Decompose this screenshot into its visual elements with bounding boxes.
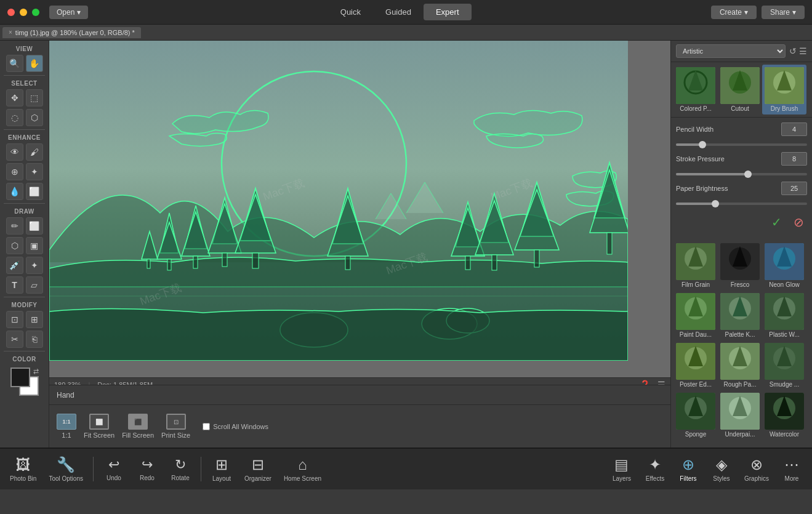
tab-guided[interactable]: Guided bbox=[373, 4, 424, 20]
filter-plastic-wrap[interactable]: Plastic W... bbox=[762, 291, 806, 340]
hand-tool-button[interactable]: ✋ bbox=[26, 55, 43, 72]
paint-bucket-button[interactable]: ⬡ bbox=[6, 237, 23, 254]
layers-button[interactable]: ▤ Layers bbox=[606, 454, 637, 484]
filter-watercolor[interactable]: Watercolor bbox=[762, 390, 806, 440]
swap-colors-icon[interactable]: ⇄ bbox=[33, 367, 39, 375]
filter-dry-brush[interactable]: Dry Brush bbox=[762, 65, 806, 114]
close-window-button[interactable] bbox=[7, 9, 15, 16]
stroke-pressure-slider-row bbox=[676, 172, 807, 182]
scroll-all-windows: Scroll All Windows bbox=[203, 423, 268, 430]
filter-fresco[interactable]: Fresco bbox=[718, 241, 762, 291]
custom-shape-button[interactable]: ✦ bbox=[26, 257, 43, 274]
confirm-filter-button[interactable]: ✓ bbox=[768, 214, 785, 231]
tab-expert[interactable]: Expert bbox=[424, 4, 472, 20]
sponge-tool-button[interactable]: ⬜ bbox=[26, 183, 43, 200]
content-aware-button[interactable]: ✂ bbox=[6, 331, 23, 348]
color-swatches: ⇄ bbox=[10, 367, 39, 396]
more-button[interactable]: ⋯ More bbox=[776, 454, 807, 484]
pencil-width-slider[interactable] bbox=[676, 143, 807, 146]
paper-brightness-slider[interactable] bbox=[676, 203, 807, 205]
stroke-pressure-thumb[interactable] bbox=[744, 171, 752, 178]
canvas-area[interactable]: Mac下载 Mac下载 Mac下载 Mac下载 180.33% | Doc: 1… bbox=[49, 41, 670, 448]
styles-button[interactable]: ◈ Styles bbox=[706, 454, 737, 484]
1to1-button[interactable]: 1:1 1:1 bbox=[57, 414, 76, 439]
smart-brush-button[interactable]: 🖌 bbox=[26, 143, 43, 161]
draw-tools-2: ⬡ ▣ bbox=[0, 236, 49, 255]
filter-colored-pencil[interactable]: Colored P... bbox=[673, 65, 718, 114]
filter-cutout[interactable]: Cutout bbox=[718, 65, 762, 114]
svg-rect-8 bbox=[193, 256, 198, 268]
undo-button[interactable]: ↩ Undo bbox=[98, 454, 129, 484]
filter-poster-edges[interactable]: Poster Ed... bbox=[673, 340, 718, 390]
zoom-tool-button[interactable]: 🔍 bbox=[6, 55, 23, 72]
pencil-width-input[interactable] bbox=[781, 122, 807, 136]
create-button[interactable]: Create ▾ bbox=[711, 6, 757, 19]
fill-screen-button[interactable]: ⬛ Fill Screen bbox=[122, 414, 154, 439]
rotate-label: Rotate bbox=[171, 475, 189, 481]
effects-button[interactable]: ✦ Effects bbox=[640, 454, 670, 484]
scroll-all-checkbox[interactable] bbox=[203, 423, 210, 430]
foreground-color-swatch[interactable] bbox=[10, 367, 30, 387]
cancel-filter-button[interactable]: ⊘ bbox=[790, 214, 807, 231]
share-button[interactable]: Share ▾ bbox=[762, 6, 805, 19]
move-tool-button[interactable]: ✥ bbox=[6, 89, 23, 106]
filter-smudge-stick[interactable]: Smudge ... bbox=[762, 340, 806, 390]
eyedropper-button[interactable]: 💉 bbox=[6, 257, 23, 274]
paper-brightness-thumb[interactable] bbox=[712, 200, 719, 207]
clone-tool-button[interactable]: ✦ bbox=[26, 163, 43, 180]
filter-neon-glow[interactable]: Neon Glow bbox=[762, 241, 806, 291]
document-tab[interactable]: × timg (1).jpg @ 180% (Layer 0, RGB/8) * bbox=[2, 27, 141, 38]
filter-film-grain[interactable]: Film Grain bbox=[673, 241, 718, 291]
straighten-button[interactable]: ⎗ bbox=[26, 331, 43, 348]
filter-underpainting[interactable]: Underpai... bbox=[718, 390, 762, 440]
fit-screen-button[interactable]: ⬜ Fit Screen bbox=[84, 414, 115, 439]
graphics-button[interactable]: ⊗ Graphics bbox=[739, 454, 774, 484]
filters-button[interactable]: ⊕ Filters bbox=[673, 454, 704, 484]
close-tab-icon[interactable]: × bbox=[9, 29, 12, 36]
maximize-window-button[interactable] bbox=[32, 9, 39, 16]
crop-tool-button[interactable]: ⊡ bbox=[6, 311, 23, 328]
redo-button[interactable]: ↪ Redo bbox=[132, 454, 163, 484]
paper-brightness-input[interactable] bbox=[781, 182, 807, 195]
gradient-tool-button[interactable]: ▣ bbox=[26, 237, 43, 254]
layout-button[interactable]: ⊞ Layout bbox=[206, 454, 237, 484]
blur-tool-button[interactable]: 💧 bbox=[6, 183, 23, 200]
effects-label: Effects bbox=[646, 475, 664, 482]
quick-select-button[interactable]: ⬡ bbox=[26, 109, 43, 126]
eye-tool-button[interactable]: 👁 bbox=[6, 143, 23, 161]
bottom-toolbar: 🖼 Photo Bin 🔧 Tool Options ↩ Undo ↪ Redo… bbox=[0, 448, 812, 489]
eraser-tool-button[interactable]: ⬜ bbox=[26, 217, 43, 235]
pencil-width-thumb[interactable] bbox=[699, 141, 706, 148]
tab-quick[interactable]: Quick bbox=[328, 4, 373, 20]
enhance-tools-2: ⊕ ✦ bbox=[0, 162, 49, 182]
redo-label: Redo bbox=[140, 475, 155, 481]
recompose-button[interactable]: ⊞ bbox=[26, 311, 43, 328]
colored-pencil-thumbnail bbox=[676, 67, 715, 104]
filter-sponge[interactable]: Sponge bbox=[673, 390, 718, 440]
filter-refresh-button[interactable]: ↺ bbox=[789, 46, 797, 56]
filter-paint-daubs[interactable]: Paint Dau... bbox=[673, 291, 718, 340]
styles-icon: ◈ bbox=[716, 456, 727, 473]
filter-menu-button[interactable]: ☰ bbox=[799, 46, 807, 56]
filter-category-select[interactable]: Artistic bbox=[676, 44, 786, 58]
filter-palette-knife[interactable]: Palette K... bbox=[718, 291, 762, 340]
organizer-button[interactable]: ⊟ Organizer bbox=[239, 454, 276, 484]
brush-tool-button[interactable]: ✏ bbox=[6, 217, 23, 235]
stroke-pressure-input[interactable] bbox=[781, 152, 807, 166]
text-tool-button[interactable]: T bbox=[6, 276, 23, 294]
print-size-button[interactable]: ⊡ Print Size bbox=[161, 414, 190, 439]
stroke-pressure-slider[interactable] bbox=[676, 173, 807, 175]
tool-options-button[interactable]: 🔧 Tool Options bbox=[44, 454, 88, 484]
rotate-button[interactable]: ↻ Rotate bbox=[165, 454, 196, 484]
photo-bin-button[interactable]: 🖼 Photo Bin bbox=[5, 454, 41, 484]
document-tab-label: timg (1).jpg @ 180% (Layer 0, RGB/8) * bbox=[15, 29, 135, 36]
shape-tool-button[interactable]: ▱ bbox=[26, 276, 43, 294]
healing-tool-button[interactable]: ⊕ bbox=[6, 163, 23, 180]
marquee-tool-button[interactable]: ⬚ bbox=[26, 89, 43, 106]
filter-rough-pastels[interactable]: Rough Pa... bbox=[718, 340, 762, 390]
open-button[interactable]: Open ▾ bbox=[49, 6, 88, 19]
minimize-window-button[interactable] bbox=[20, 9, 27, 16]
lasso-tool-button[interactable]: ◌ bbox=[6, 109, 23, 126]
home-screen-button[interactable]: ⌂ Home Screen bbox=[279, 454, 326, 484]
draw-tools: ✏ ⬜ bbox=[0, 216, 49, 236]
